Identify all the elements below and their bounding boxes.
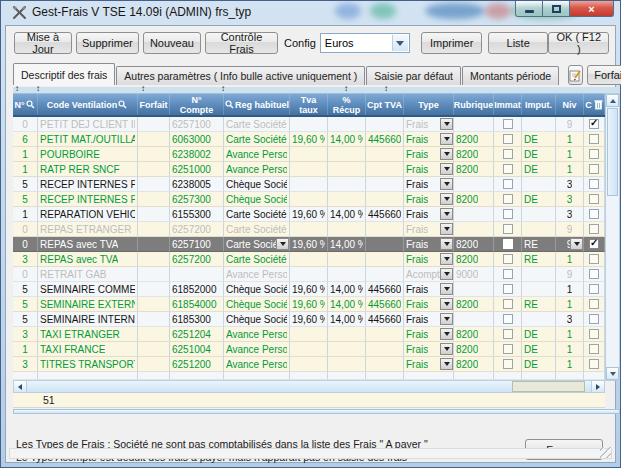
cell-tva[interactable]: 19,60 % [290,297,328,312]
cell-code[interactable]: RECEP INTERNES PRO [38,192,138,207]
cell-rubrique[interactable] [454,207,494,222]
cell-c[interactable] [584,177,605,192]
cell-code[interactable]: TAXI FRANCE [38,342,138,357]
cell-recup[interactable] [328,162,366,177]
print-button[interactable]: Imprimer [421,32,482,54]
cell-reg[interactable]: Avance Personn [224,342,290,357]
cell-compte[interactable]: 6251000 [170,162,224,177]
cell-code[interactable]: SEMINAIRE INTERNE [38,312,138,327]
cell-tva[interactable] [290,147,328,162]
cell-compte[interactable]: 6251204 [170,327,224,342]
cell-reg[interactable]: Chèque Société [224,282,290,297]
cell-niv[interactable]: 1 [556,327,584,342]
cell-imput[interactable]: RE [522,252,556,267]
cell-imput[interactable]: DE [522,192,556,207]
cell-cpt[interactable] [366,192,404,207]
c-checkbox[interactable] [589,254,599,264]
cell-forfait[interactable] [138,267,170,282]
cell-recup[interactable]: 14,00 % [328,207,366,222]
cell-immat[interactable] [494,192,522,207]
cell-cpt[interactable]: 4456600 [366,297,404,312]
cell-c[interactable] [584,342,605,357]
immat-checkbox[interactable] [503,209,513,219]
table-row[interactable]: 1REPARATION VEHICUL6155300Carte Société1… [13,207,605,222]
c-checkbox[interactable] [589,329,599,339]
cell-imput[interactable] [522,177,556,192]
cell-c[interactable] [584,282,605,297]
cell-type[interactable]: Frais [404,192,454,207]
cell-code[interactable]: TAXI ETRANGER [38,327,138,342]
cell-recup[interactable] [328,327,366,342]
cell-recup[interactable] [328,147,366,162]
cell-forfait[interactable] [138,222,170,237]
cell-tva[interactable]: 19,60 % [290,312,328,327]
c-checkbox[interactable] [589,314,599,324]
dropdown-arrow-button[interactable] [440,313,453,325]
col-header-niv[interactable]: Niv [556,94,584,115]
cell-reg[interactable]: Avance Personn [224,267,290,282]
delete-button[interactable]: Supprimer [76,32,139,54]
cell-tva[interactable]: 19,60 % [290,132,328,147]
immat-checkbox[interactable] [503,224,513,234]
cell-cpt[interactable] [366,222,404,237]
cell-niv[interactable]: 1 [556,342,584,357]
cell-immat[interactable] [494,312,522,327]
cell-c[interactable] [584,207,605,222]
cell-immat[interactable] [494,342,522,357]
cell-forfait[interactable] [138,357,170,372]
cell-rubrique[interactable] [454,312,494,327]
cell-tva[interactable] [290,327,328,342]
immat-checkbox[interactable] [503,314,513,324]
cell-compte[interactable]: 6257200 [170,222,224,237]
cell-niv[interactable]: 1 [556,252,584,267]
cell-code[interactable]: RATP RER SNCF [38,162,138,177]
cell-rubrique[interactable] [454,117,494,132]
cell-immat[interactable] [494,147,522,162]
cell-code[interactable]: PETIT DEJ CLIENT INV [38,117,138,132]
cell-niv[interactable]: 9 [556,117,584,132]
immat-checkbox[interactable] [503,329,513,339]
table-row[interactable]: 6PETIT MAT./OUTILLAG6063000Carte Société… [13,132,605,147]
immat-checkbox[interactable] [503,359,513,369]
cell-code[interactable]: REPAS ETRANGER [38,222,138,237]
tab-saisie-par-defaut[interactable]: Saisie par défaut [366,66,461,85]
cell-imput[interactable] [522,282,556,297]
c-checkbox[interactable] [589,119,599,129]
col-header-forfait[interactable]: Forfait [138,94,170,115]
immat-checkbox[interactable] [503,119,513,129]
table-row[interactable]: 3TAXI ETRANGER6251204Avance PersonnFrais… [13,327,605,342]
c-checkbox[interactable] [589,179,599,189]
cell-compte[interactable]: 6063000 [170,132,224,147]
cell-forfait[interactable] [138,132,170,147]
cell-imput[interactable]: RE [522,237,556,252]
new-button[interactable]: Nouveau [143,32,201,54]
dropdown-arrow-button[interactable] [440,268,453,280]
cell-cpt[interactable]: 4456600 [366,312,404,327]
cell-cpt[interactable] [366,342,404,357]
cell-code[interactable]: SEMINAIRE EXTERNE [38,297,138,312]
cell-type[interactable]: Frais [404,117,454,132]
immat-checkbox[interactable] [503,239,513,249]
dropdown-arrow-button[interactable] [440,118,453,130]
cell-num[interactable]: 5 [13,177,38,192]
cell-rubrique[interactable]: 8200 [454,342,494,357]
cell-c[interactable] [584,237,605,252]
col-header-compte[interactable]: N°Compte [170,94,224,115]
c-checkbox[interactable] [589,164,599,174]
cell-type[interactable]: Frais [404,147,454,162]
cell-rubrique[interactable]: 8200 [454,132,494,147]
title-bar[interactable]: Gest-Frais V TSE 14.09i (ADMIN) frs_typ … [5,1,616,25]
cell-immat[interactable] [494,117,522,132]
cell-reg[interactable]: Carte Société [224,117,290,132]
cell-tva[interactable] [290,267,328,282]
cell-reg[interactable]: Chèque Société [224,192,290,207]
list-button[interactable]: Liste [488,32,549,54]
table-row[interactable]: 1TAXI FRANCE6251004Avance PersonnFrais82… [13,342,605,357]
table-row[interactable]: 0REPAS avec TVA6257100Carte Société19,60… [13,237,605,252]
cell-imput[interactable]: DE [522,132,556,147]
scroll-down-icon[interactable] [606,367,619,380]
col-header-reg[interactable]: Reg habituel [224,94,290,115]
immat-checkbox[interactable] [503,284,513,294]
col-header-code[interactable]: Code Ventilation [38,94,138,115]
c-checkbox[interactable] [589,284,599,294]
